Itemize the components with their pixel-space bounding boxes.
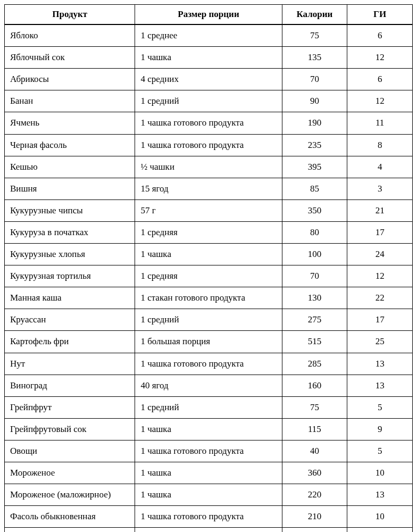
cell-serving: 1 стакан готового продукта [135, 287, 282, 309]
cell-product: Киви [5, 528, 135, 532]
table-row: Мороженое (маложирное)1 чашка22013 [5, 484, 413, 506]
cell-product: Круассан [5, 309, 135, 331]
cell-product: Мороженое (маложирное) [5, 484, 135, 506]
cell-product: Нут [5, 353, 135, 375]
cell-serving: 1 чашка готового продукта [135, 134, 282, 156]
table-row: Фасоль обыкновенная1 чашка готового прод… [5, 506, 413, 528]
table-row: Грейпфрутовый сок1 чашка1159 [5, 418, 413, 440]
cell-product: Ячмень [5, 112, 135, 134]
cell-product: Мороженое [5, 462, 135, 484]
cell-calories: 160 [282, 375, 347, 396]
cell-serving: 1 среднее [135, 528, 282, 532]
nutrition-table: Продукт Размер порции Калории ГИ Яблоко1… [4, 4, 413, 532]
table-row: Нут1 чашка готового продукта28513 [5, 353, 413, 375]
cell-serving: 1 чашка [135, 484, 282, 506]
table-row: Виноград40 ягод16013 [5, 375, 413, 396]
cell-serving: 57 г [135, 200, 282, 221]
cell-product: Вишня [5, 178, 135, 200]
cell-serving: 1 чашка готового продукта [135, 112, 282, 134]
cell-product: Абрикосы [5, 69, 135, 90]
cell-gi: 10 [347, 506, 413, 528]
cell-gi: 12 [347, 90, 413, 112]
cell-gi: 17 [347, 309, 413, 331]
table-row: Яблочный сок1 чашка13512 [5, 47, 413, 69]
cell-gi: 6 [347, 528, 413, 532]
cell-serving: ½ чашки [135, 156, 282, 178]
cell-serving: 40 ягод [135, 375, 282, 396]
table-row: Грейпфрут1 средний755 [5, 396, 413, 418]
table-row: Круассан1 средний27517 [5, 309, 413, 331]
cell-product: Виноград [5, 375, 135, 396]
cell-serving: 1 большая порция [135, 331, 282, 353]
table-row: Кукурузные хлопья1 чашка10024 [5, 244, 413, 265]
table-row: Мороженое1 чашка36010 [5, 462, 413, 484]
cell-calories: 70 [282, 69, 347, 90]
cell-gi: 5 [347, 440, 413, 462]
table-row: Кукуруза в початках1 средняя8017 [5, 221, 413, 243]
cell-serving: 1 чашка [135, 47, 282, 69]
cell-product: Черная фасоль [5, 134, 135, 156]
header-gi: ГИ [347, 5, 413, 25]
cell-gi: 12 [347, 47, 413, 69]
table-row: Яблоко1 среднее756 [5, 24, 413, 47]
cell-product: Банан [5, 90, 135, 112]
cell-product: Фасоль обыкновенная [5, 506, 135, 528]
cell-calories: 235 [282, 134, 347, 156]
cell-calories: 40 [282, 440, 347, 462]
cell-calories: 75 [282, 24, 347, 47]
table-row: Кукурузные чипсы57 г35021 [5, 200, 413, 221]
cell-serving: 15 ягод [135, 178, 282, 200]
table-row: Киви1 среднее456 [5, 528, 413, 532]
cell-calories: 210 [282, 506, 347, 528]
cell-serving: 1 средняя [135, 221, 282, 243]
cell-calories: 115 [282, 418, 347, 440]
cell-serving: 1 чашка готового продукта [135, 506, 282, 528]
cell-gi: 12 [347, 265, 413, 287]
cell-serving: 1 чашка [135, 244, 282, 265]
cell-serving: 1 чашка [135, 462, 282, 484]
cell-gi: 17 [347, 221, 413, 243]
cell-serving: 1 средняя [135, 265, 282, 287]
cell-calories: 285 [282, 353, 347, 375]
header-serving: Размер порции [135, 5, 282, 25]
table-row: Вишня15 ягод853 [5, 178, 413, 200]
cell-gi: 13 [347, 353, 413, 375]
cell-gi: 24 [347, 244, 413, 265]
cell-calories: 395 [282, 156, 347, 178]
cell-serving: 1 средний [135, 309, 282, 331]
cell-calories: 90 [282, 90, 347, 112]
cell-calories: 45 [282, 528, 347, 532]
cell-calories: 130 [282, 287, 347, 309]
cell-serving: 1 чашка [135, 418, 282, 440]
cell-product: Яблочный сок [5, 47, 135, 69]
cell-product: Манная каша [5, 287, 135, 309]
cell-serving: 1 чашка готового продукта [135, 353, 282, 375]
cell-gi: 6 [347, 24, 413, 47]
cell-calories: 350 [282, 200, 347, 221]
cell-serving: 1 среднее [135, 24, 282, 47]
table-row: Кукурузная тортилья1 средняя7012 [5, 265, 413, 287]
cell-gi: 10 [347, 462, 413, 484]
table-row: Манная каша1 стакан готового продукта130… [5, 287, 413, 309]
cell-gi: 22 [347, 287, 413, 309]
cell-product: Картофель фри [5, 331, 135, 353]
cell-calories: 135 [282, 47, 347, 69]
cell-calories: 360 [282, 462, 347, 484]
table-row: Абрикосы4 средних706 [5, 69, 413, 90]
cell-product: Яблоко [5, 24, 135, 47]
table-row: Ячмень1 чашка готового продукта19011 [5, 112, 413, 134]
cell-gi: 25 [347, 331, 413, 353]
cell-calories: 80 [282, 221, 347, 243]
cell-calories: 275 [282, 309, 347, 331]
cell-serving: 1 средний [135, 90, 282, 112]
cell-calories: 70 [282, 265, 347, 287]
cell-product: Кешью [5, 156, 135, 178]
table-row: Черная фасоль1 чашка готового продукта23… [5, 134, 413, 156]
cell-gi: 3 [347, 178, 413, 200]
cell-gi: 13 [347, 484, 413, 506]
cell-product: Кукуруза в початках [5, 221, 135, 243]
cell-gi: 21 [347, 200, 413, 221]
table-row: Картофель фри1 большая порция51525 [5, 331, 413, 353]
cell-product: Кукурузная тортилья [5, 265, 135, 287]
cell-product: Грейпфрут [5, 396, 135, 418]
